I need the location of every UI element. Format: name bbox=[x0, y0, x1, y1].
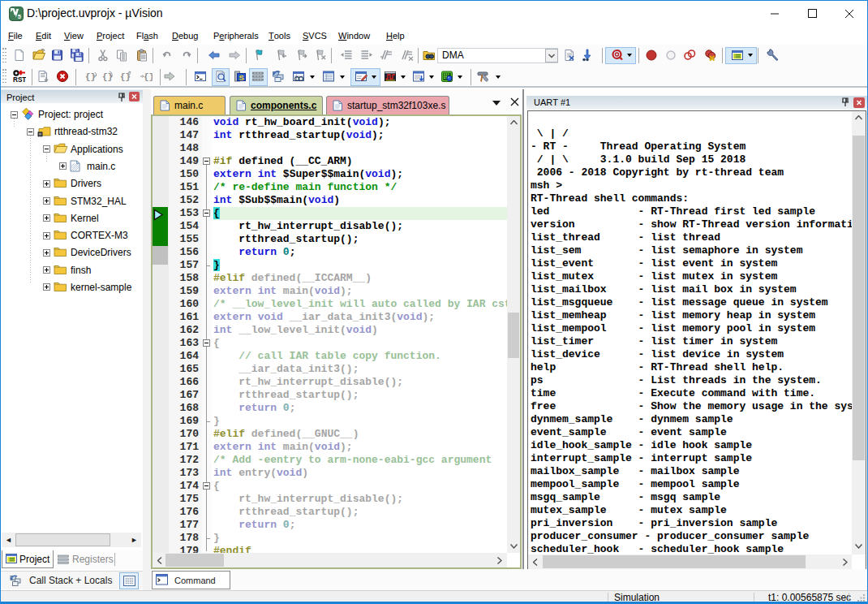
svg-text:RST: RST bbox=[13, 76, 26, 84]
svg-text:5: 5 bbox=[18, 13, 21, 20]
svg-text:{}: {} bbox=[120, 72, 131, 82]
svg-text:{}: {} bbox=[102, 72, 113, 82]
svg-text:{}: {} bbox=[144, 72, 153, 82]
svg-text:{}: {} bbox=[85, 72, 96, 82]
svg-text:S: S bbox=[239, 73, 244, 82]
